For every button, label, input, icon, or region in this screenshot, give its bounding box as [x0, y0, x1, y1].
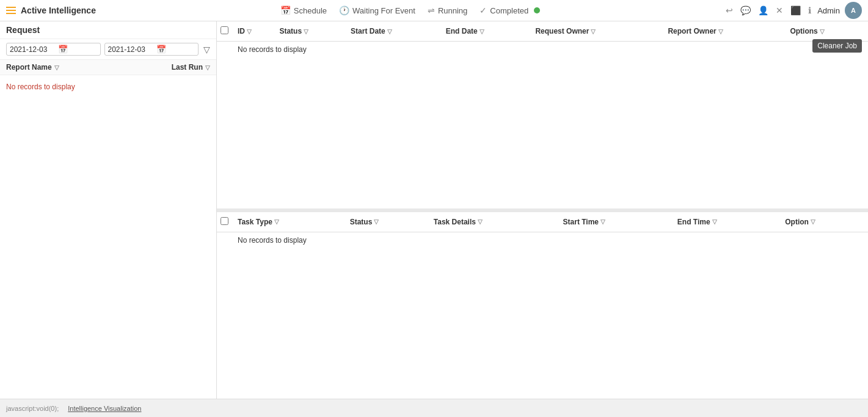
end-time-filter-icon[interactable]: ▽ [712, 218, 717, 225]
date-row: 📅 📅 ▽ [0, 39, 216, 60]
status-filter-icon[interactable]: ▽ [304, 28, 308, 35]
user-icon[interactable]: 👤 [757, 4, 770, 17]
col-report-owner: Report Owner ▽ [664, 21, 786, 42]
upper-table-header-row: ID ▽ Status ▽ Start Date [217, 21, 868, 42]
last-run-filter-icon[interactable]: ▽ [205, 64, 210, 71]
option-filter-icon[interactable]: ▽ [811, 218, 815, 225]
lower-table: Task Type ▽ Status ▽ Tas [217, 212, 868, 248]
avatar: A [845, 2, 862, 19]
info-icon[interactable]: ℹ [807, 4, 812, 17]
calendar-to-icon[interactable]: 📅 [156, 45, 166, 54]
tab-waiting[interactable]: 🕐 Waiting For Event [339, 6, 415, 15]
schedule-icon: 📅 [280, 6, 291, 15]
id-filter-icon[interactable]: ▽ [247, 28, 252, 35]
col-id: ID ▽ [234, 21, 275, 42]
col-end-time: End Time ▽ [674, 212, 781, 232]
date-to-wrap: 📅 [104, 43, 199, 56]
top-right-actions: ↩ 💬 👤 ✕ ⬛ ℹ Admin A [724, 2, 862, 19]
request-owner-filter-icon[interactable]: ▽ [591, 28, 596, 35]
end-date-filter-icon[interactable]: ▽ [480, 28, 484, 35]
top-nav: Active Intelligence 📅 Schedule 🕐 Waiting… [0, 0, 868, 21]
upper-select-all[interactable] [221, 26, 228, 34]
lower-table-header-row: Task Type ▽ Status ▽ Tas [217, 212, 868, 232]
lower-table-container: Task Type ▽ Status ▽ Tas [217, 212, 868, 399]
waiting-icon: 🕐 [339, 6, 349, 15]
lower-select-all[interactable] [221, 217, 228, 225]
tab-schedule-label: Schedule [294, 6, 327, 15]
col-request-owner: Request Owner ▽ [531, 21, 664, 42]
hamburger-menu[interactable] [6, 7, 16, 14]
user-label: Admin [817, 6, 840, 15]
tab-schedule[interactable]: 📅 Schedule [280, 6, 327, 15]
upper-table-container: ID ▽ Status ▽ Start Date [217, 21, 868, 212]
lower-no-records-row: No records to display [217, 232, 868, 248]
status-bar: javascript:void(0); Intelligence Visuali… [0, 399, 868, 417]
right-panel: ID ▽ Status ▽ Start Date [217, 21, 868, 399]
report-name-filter-icon[interactable]: ▽ [54, 64, 59, 71]
upper-checkbox-col [217, 21, 234, 42]
completed-icon: ✓ [480, 6, 487, 15]
lower-no-records: No records to display [234, 232, 868, 248]
col-task-details: Task Details ▽ [430, 212, 560, 232]
lower-checkbox-col [217, 212, 234, 232]
tab-completed-label: Completed [490, 6, 528, 15]
running-icon: ⇌ [428, 6, 435, 15]
report-name-label: Report Name [6, 63, 52, 72]
col-lower-status: Status ▽ [346, 212, 430, 232]
status-link1[interactable]: javascript:void(0); [6, 405, 59, 412]
close-icon[interactable]: ✕ [775, 4, 784, 17]
main-layout: Request 📅 📅 ▽ Report Name ▽ Last Run ▽ N… [0, 21, 868, 399]
report-owner-filter-icon[interactable]: ▽ [718, 28, 723, 35]
cleaner-job-badge[interactable]: Cleaner Job [812, 39, 862, 53]
toolbar-tabs: 📅 Schedule 🕐 Waiting For Event ⇌ Running… [101, 6, 720, 15]
date-filter-icon[interactable]: ▽ [203, 45, 210, 54]
last-run-label: Last Run [172, 63, 203, 72]
last-run-col-header: Last Run ▽ [149, 63, 210, 72]
tab-completed[interactable]: ✓ Completed [480, 6, 540, 15]
date-from-input[interactable] [10, 45, 56, 54]
app-title: Active Intelligence [21, 6, 96, 15]
chat-icon[interactable]: 💬 [739, 4, 752, 17]
task-type-filter-icon[interactable]: ▽ [274, 218, 279, 225]
col-status: Status ▽ [275, 21, 347, 42]
col-task-type: Task Type ▽ [234, 212, 346, 232]
date-to-input[interactable] [108, 45, 154, 54]
options-filter-icon[interactable]: ▽ [820, 28, 825, 35]
completed-dot [534, 7, 540, 13]
col-start-time: Start Time ▽ [560, 212, 674, 232]
window-icon[interactable]: ⬛ [789, 4, 802, 17]
start-time-filter-icon[interactable]: ▽ [600, 218, 605, 225]
tab-running-label: Running [438, 6, 467, 15]
left-no-records: No records to display [0, 75, 216, 98]
calendar-from-icon[interactable]: 📅 [58, 45, 68, 54]
lower-status-filter-icon[interactable]: ▽ [374, 218, 379, 225]
upper-no-records: No records to display [234, 42, 868, 58]
upper-table: ID ▽ Status ▽ Start Date [217, 21, 868, 57]
col-start-date: Start Date ▽ [347, 21, 442, 42]
left-table-header: Report Name ▽ Last Run ▽ [0, 60, 216, 75]
col-option: Option ▽ [781, 212, 868, 232]
left-panel-header: Request [0, 21, 216, 39]
col-options: Options ▽ [786, 21, 868, 42]
task-details-filter-icon[interactable]: ▽ [478, 218, 483, 225]
left-panel: Request 📅 📅 ▽ Report Name ▽ Last Run ▽ N… [0, 21, 217, 399]
date-from-wrap: 📅 [6, 43, 101, 56]
upper-no-records-row: No records to display [217, 42, 868, 58]
report-name-col-header: Report Name ▽ [6, 63, 149, 72]
start-date-filter-icon[interactable]: ▽ [387, 28, 392, 35]
tab-running[interactable]: ⇌ Running [428, 6, 467, 15]
refresh-icon[interactable]: ↩ [724, 4, 734, 17]
col-end-date: End Date ▽ [442, 21, 532, 42]
tab-waiting-label: Waiting For Event [352, 6, 415, 15]
status-link2[interactable]: Intelligence Visualization [68, 405, 141, 412]
